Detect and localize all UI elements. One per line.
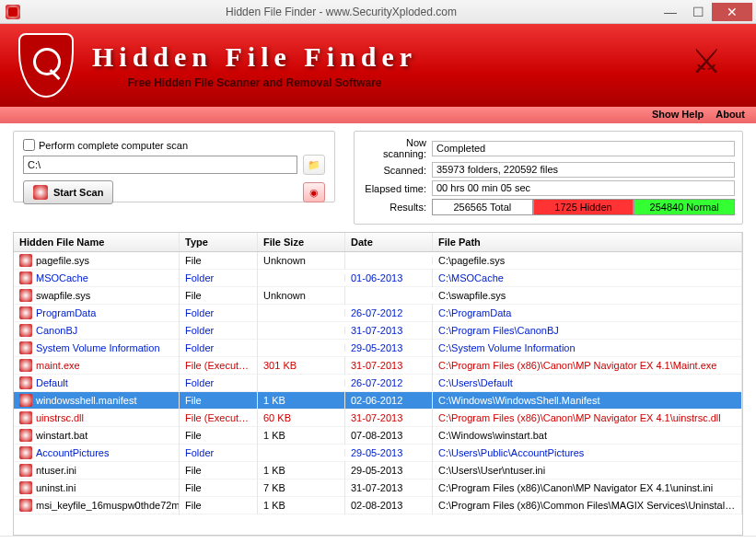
- cell-name: windowsshell.manifest: [36, 395, 136, 406]
- file-icon: [19, 394, 32, 407]
- footer: Download 100+ Free Security Tools from S…: [0, 536, 756, 543]
- cell-date: [345, 292, 433, 299]
- file-icon: [19, 289, 32, 302]
- cell-date: 29-05-2013: [345, 461, 433, 479]
- cell-date: 31-07-2013: [345, 409, 433, 427]
- cell-path: C:\Program Files (x86)\Canon\MP Navigato…: [433, 409, 742, 427]
- cell-name: ProgramData: [36, 307, 96, 318]
- close-button[interactable]: ✕: [712, 3, 752, 21]
- start-scan-button[interactable]: Start Scan: [23, 180, 113, 204]
- cell-size: 1 KB: [258, 496, 345, 514]
- complete-scan-checkbox[interactable]: Perform complete computer scan: [23, 139, 325, 151]
- cell-name: System Volume Information: [36, 342, 160, 353]
- cell-date: 31-07-2013: [345, 479, 433, 497]
- scan-path-input[interactable]: [23, 156, 297, 174]
- maximize-button[interactable]: ☐: [684, 3, 712, 21]
- col-type[interactable]: Type: [180, 233, 258, 251]
- complete-scan-checkbox-input[interactable]: [23, 139, 35, 151]
- table-row[interactable]: msi_keyfile_16muspw0thde72ma2aFile1 KB02…: [14, 497, 742, 514]
- cell-type: File: [180, 252, 258, 270]
- cell-type: File: [180, 426, 258, 445]
- cell-type: File (Executable): [180, 409, 258, 427]
- cell-date: [345, 257, 433, 264]
- results-total: 256565 Total: [432, 199, 533, 215]
- file-icon: [19, 324, 32, 337]
- cell-date: 26-07-2012: [345, 304, 433, 322]
- cell-path: C:\Windows\WindowsShell.Manifest: [433, 391, 742, 410]
- cell-size: [258, 449, 345, 456]
- cell-type: File: [180, 391, 258, 410]
- file-icon: [19, 359, 32, 372]
- col-name[interactable]: Hidden File Name: [14, 233, 180, 251]
- cell-path: C:\Program Files (x86)\Canon\MP Navigato…: [433, 479, 742, 497]
- cell-size: Unknown: [258, 286, 345, 305]
- col-size[interactable]: File Size: [258, 233, 345, 251]
- cell-type: Folder: [180, 269, 258, 287]
- cell-size: Unknown: [258, 252, 345, 270]
- app-subtitle: Free Hidden File Scanner and Removal Sof…: [92, 76, 417, 89]
- cell-type: File: [180, 479, 258, 497]
- grid-body[interactable]: pagefile.sysFileUnknownC:\pagefile.sysMS…: [14, 252, 742, 534]
- cell-date: 31-07-2013: [345, 321, 433, 340]
- cell-date: 31-07-2013: [345, 356, 433, 375]
- cell-path: C:\Users\User\ntuser.ini: [433, 461, 742, 479]
- cell-date: 29-05-2013: [345, 444, 433, 462]
- scan-icon: [33, 185, 48, 200]
- stop-scan-button[interactable]: ◉: [303, 182, 325, 202]
- cell-size: 60 KB: [258, 409, 345, 427]
- grid-header[interactable]: Hidden File Name Type File Size Date Fil…: [14, 233, 742, 252]
- cell-size: [258, 344, 345, 352]
- cell-size: 301 KB: [258, 356, 345, 375]
- cell-path: C:\pagefile.sys: [433, 252, 742, 270]
- now-scanning-value: Completed: [432, 141, 735, 156]
- show-help-link[interactable]: Show Help: [652, 109, 704, 120]
- cell-path: C:\MSOCache: [433, 269, 742, 287]
- cell-name: ntuser.ini: [36, 465, 76, 476]
- linkbar: Show Help About: [0, 107, 756, 123]
- cell-name: uninst.ini: [36, 482, 76, 493]
- cell-size: [258, 379, 345, 387]
- about-link[interactable]: About: [715, 109, 745, 120]
- cell-size: [258, 327, 345, 334]
- results-grid: Hidden File Name Type File Size Date Fil…: [13, 232, 743, 536]
- elapsed-label: Elapsed time:: [362, 183, 432, 194]
- app-icon: [6, 5, 20, 19]
- file-icon: [19, 254, 32, 267]
- cell-path: C:\System Volume Information: [433, 339, 742, 357]
- cell-size: 1 KB: [258, 426, 345, 445]
- cell-size: 1 KB: [258, 461, 345, 479]
- cell-type: File: [180, 461, 258, 479]
- col-date[interactable]: Date: [345, 233, 433, 251]
- cell-type: Folder: [180, 304, 258, 322]
- file-icon: [19, 376, 32, 389]
- window-title: Hidden File Finder - www.SecurityXploded…: [26, 6, 657, 18]
- browse-folder-button[interactable]: 📁: [303, 155, 325, 175]
- now-scanning-label: Now scanning:: [362, 137, 432, 159]
- shield-logo-icon: [18, 33, 74, 98]
- col-path[interactable]: File Path: [433, 233, 742, 251]
- app-title: Hidden File Finder: [92, 41, 417, 73]
- cell-path: C:\Users\Public\AccountPictures: [433, 444, 742, 462]
- cell-date: 29-05-2013: [345, 339, 433, 357]
- cell-size: 1 KB: [258, 391, 345, 410]
- cell-path: C:\Program Files (x86)\Canon\MP Navigato…: [433, 356, 742, 375]
- file-icon: [19, 481, 32, 494]
- scanned-value: 35973 folders, 220592 files: [432, 162, 735, 178]
- cell-date: 02-08-2013: [345, 496, 433, 514]
- results-normal: 254840 Normal: [634, 199, 735, 215]
- cell-path: C:\ProgramData: [433, 304, 742, 322]
- cell-path: C:\swapfile.sys: [433, 286, 742, 305]
- cell-type: Folder: [180, 339, 258, 357]
- cell-name: MSOCache: [36, 272, 88, 283]
- file-icon: [19, 499, 32, 512]
- minimize-button[interactable]: —: [657, 3, 684, 21]
- cell-date: 07-08-2013: [345, 426, 433, 445]
- cell-path: C:\Users\Default: [433, 374, 742, 392]
- scanned-label: Scanned:: [362, 165, 432, 176]
- cell-name: CanonBJ: [36, 325, 77, 336]
- file-icon: [19, 464, 32, 477]
- swords-icon: [692, 42, 738, 88]
- cell-type: File: [180, 496, 258, 514]
- cell-type: Folder: [180, 321, 258, 340]
- file-icon: [19, 429, 32, 442]
